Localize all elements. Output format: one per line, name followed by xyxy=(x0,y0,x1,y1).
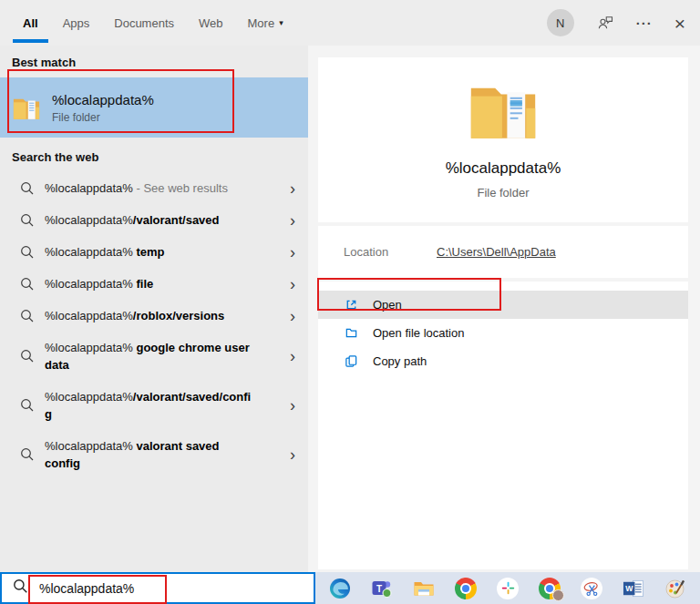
web-suggestion[interactable]: %localappdata% file › xyxy=(0,268,308,300)
search-icon xyxy=(20,277,35,292)
preview-card: %localappdata% File folder Location C:\U… xyxy=(318,57,688,569)
microsoft-word-icon[interactable]: W xyxy=(623,577,645,599)
best-match-subtitle: File folder xyxy=(52,111,154,124)
header-actions: N ··· × xyxy=(547,0,685,46)
search-icon xyxy=(20,213,35,228)
action-open-file-location[interactable]: Open file location xyxy=(318,319,688,347)
web-suggestion[interactable]: %localappdata% - See web results › xyxy=(0,172,308,204)
folder-icon xyxy=(13,96,40,120)
open-file-location-icon xyxy=(345,326,358,340)
chevron-right-icon[interactable]: › xyxy=(290,244,295,261)
search-input[interactable] xyxy=(37,580,314,597)
google-chrome-profile-icon[interactable] xyxy=(539,577,561,599)
search-icon xyxy=(20,447,35,462)
web-suggestion[interactable]: %localappdata%/roblox/versions › xyxy=(0,300,308,332)
taskbar: T xyxy=(315,572,700,604)
chevron-right-icon[interactable]: › xyxy=(290,276,295,292)
search-icon xyxy=(13,578,28,598)
search-header: All Apps Documents Web More▾ N ··· × xyxy=(0,0,700,46)
location-label: Location xyxy=(344,245,437,259)
chevron-right-icon[interactable]: › xyxy=(290,308,295,324)
tab-apps[interactable]: Apps xyxy=(63,0,90,46)
preview-subtitle: File folder xyxy=(318,186,688,222)
taskbar-search-box[interactable] xyxy=(0,572,315,604)
file-explorer-icon[interactable] xyxy=(413,577,436,599)
feedback-icon[interactable] xyxy=(596,14,614,32)
dropdown-arrow-icon: ▾ xyxy=(279,18,283,27)
svg-text:W: W xyxy=(625,584,633,593)
web-suggestion[interactable]: %localappdata%/valorant/saved › xyxy=(0,204,308,236)
action-copy-path[interactable]: Copy path xyxy=(318,347,688,375)
search-the-web-header: Search the web xyxy=(0,138,308,172)
search-icon xyxy=(20,309,35,323)
chevron-right-icon[interactable]: › xyxy=(290,180,295,197)
tab-web[interactable]: Web xyxy=(199,0,223,46)
action-label: Open xyxy=(373,298,402,312)
action-label: Open file location xyxy=(373,326,464,340)
best-match-title: %localappdata% xyxy=(52,92,154,107)
chevron-right-icon[interactable]: › xyxy=(290,397,295,414)
action-label: Copy path xyxy=(373,354,427,368)
tab-all[interactable]: All xyxy=(23,0,38,46)
web-suggestion[interactable]: %localappdata% temp › xyxy=(0,236,308,268)
copy-path-icon xyxy=(345,354,358,368)
tab-more[interactable]: More▾ xyxy=(248,0,283,46)
slack-icon[interactable] xyxy=(497,577,520,599)
best-match-header: Best match xyxy=(0,46,308,77)
microsoft-edge-icon[interactable] xyxy=(329,577,352,599)
search-icon xyxy=(20,245,35,260)
open-icon xyxy=(345,298,358,312)
results-panel: Best match %localappdata% File folder Se… xyxy=(0,46,308,572)
best-match-result[interactable]: %localappdata% File folder xyxy=(0,77,308,138)
chevron-right-icon[interactable]: › xyxy=(290,446,295,463)
search-icon xyxy=(20,349,35,363)
folder-icon-large xyxy=(468,80,538,140)
user-avatar[interactable]: N xyxy=(547,9,574,36)
location-row: Location C:\Users\Dell\AppData xyxy=(318,226,688,278)
location-link[interactable]: C:\Users\Dell\AppData xyxy=(437,245,556,259)
web-suggestion[interactable]: %localappdata% google chrome user data › xyxy=(0,332,308,381)
profile-badge xyxy=(552,589,564,601)
search-icon xyxy=(20,181,35,196)
microsoft-teams-icon[interactable]: T xyxy=(371,577,394,599)
preview-title: %localappdata% xyxy=(318,159,688,178)
preview-panel: %localappdata% File folder Location C:\U… xyxy=(308,46,700,572)
paint-icon[interactable] xyxy=(664,577,687,599)
action-list: Open Open file location xyxy=(318,282,688,375)
svg-text:T: T xyxy=(376,583,382,593)
chevron-right-icon[interactable]: › xyxy=(290,348,295,364)
windows-search-panel: All Apps Documents Web More▾ N ··· × Bes… xyxy=(0,0,700,604)
web-suggestion[interactable]: %localappdata% valorant saved config › xyxy=(0,430,308,479)
snipping-tool-icon[interactable] xyxy=(581,577,603,599)
tab-documents[interactable]: Documents xyxy=(114,0,174,46)
search-icon xyxy=(20,398,35,413)
web-suggestion[interactable]: %localappdata%/valorant/saved/config › xyxy=(0,381,308,430)
google-chrome-icon[interactable] xyxy=(455,577,478,599)
close-icon[interactable]: × xyxy=(674,14,685,33)
chevron-right-icon[interactable]: › xyxy=(290,212,295,229)
action-open[interactable]: Open xyxy=(318,291,688,319)
more-options-icon[interactable]: ··· xyxy=(636,15,653,31)
